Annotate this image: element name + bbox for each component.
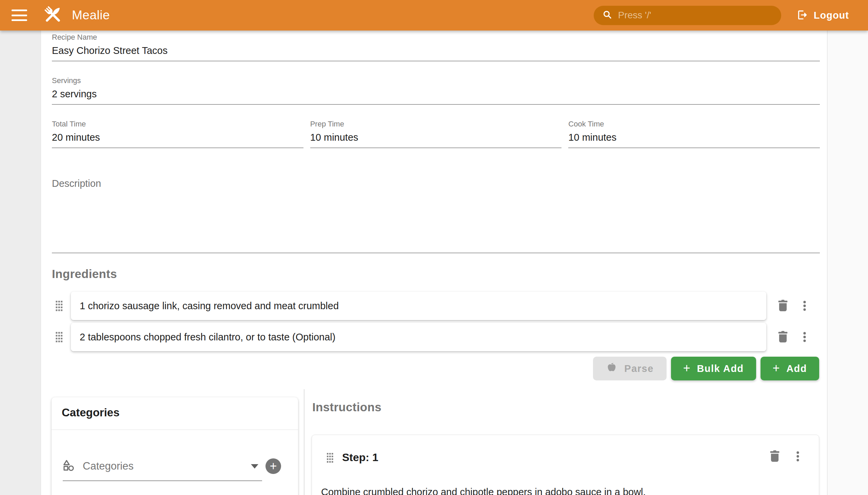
shapes-icon bbox=[62, 459, 75, 474]
trash-icon bbox=[775, 329, 791, 345]
instruction-step-card: Step: 1 Combine crumbled chorizo and chi… bbox=[311, 434, 819, 495]
recipe-name-label: Recipe Name bbox=[52, 33, 820, 42]
ingredient-input[interactable] bbox=[80, 331, 758, 343]
select-underline bbox=[63, 480, 262, 481]
categories-select-label: Categories bbox=[83, 460, 134, 472]
logout-button[interactable]: Logout bbox=[796, 9, 849, 22]
plus-icon: + bbox=[683, 362, 691, 374]
kebab-icon bbox=[798, 300, 811, 312]
ingredient-input-card bbox=[71, 292, 766, 320]
parse-label: Parse bbox=[624, 363, 654, 374]
add-label: Add bbox=[786, 363, 807, 374]
drag-handle-icon[interactable] bbox=[55, 300, 63, 312]
kebab-icon bbox=[798, 330, 811, 343]
ingredient-input[interactable] bbox=[80, 301, 758, 311]
app-bar: Mealie Logout bbox=[0, 0, 868, 31]
cook-time-label: Cook Time bbox=[568, 119, 820, 129]
recipe-name-input[interactable] bbox=[52, 45, 820, 57]
times-row: Total Time Prep Time Cook Time bbox=[52, 119, 820, 148]
delete-step-button[interactable] bbox=[767, 448, 783, 464]
logout-icon bbox=[796, 9, 808, 22]
chevron-down-icon bbox=[251, 464, 258, 468]
description-input[interactable] bbox=[52, 191, 820, 242]
total-time-label: Total Time bbox=[52, 119, 304, 129]
page-background-gutter bbox=[828, 31, 868, 495]
bulk-add-label: Bulk Add bbox=[697, 363, 744, 374]
plus-icon: + bbox=[270, 459, 277, 473]
instructions-heading: Instructions bbox=[312, 400, 381, 414]
search-input[interactable] bbox=[618, 10, 773, 21]
categories-select[interactable]: Categories bbox=[62, 458, 252, 475]
drag-handle-icon[interactable] bbox=[326, 452, 334, 463]
servings-label: Servings bbox=[52, 76, 820, 85]
column-divider bbox=[304, 389, 305, 495]
recipe-editor: Recipe Name Servings Total Time Prep Tim… bbox=[41, 31, 827, 495]
ingredients-heading: Ingredients bbox=[52, 267, 117, 281]
total-time-field: Total Time bbox=[52, 119, 304, 148]
prep-time-input[interactable] bbox=[310, 132, 562, 143]
prep-time-field: Prep Time bbox=[310, 119, 562, 148]
divider bbox=[52, 430, 298, 430]
delete-ingredient-button[interactable] bbox=[775, 298, 791, 313]
trash-icon bbox=[767, 448, 783, 464]
recipe-name-field: Recipe Name bbox=[52, 33, 820, 62]
logout-label: Logout bbox=[814, 10, 849, 21]
hamburger-icon bbox=[12, 10, 27, 11]
plus-icon: + bbox=[773, 362, 781, 374]
ingredient-row bbox=[55, 292, 811, 320]
step-title: Step: 1 bbox=[342, 451, 378, 464]
servings-input[interactable] bbox=[52, 88, 820, 100]
servings-field: Servings bbox=[52, 76, 820, 105]
cook-time-input[interactable] bbox=[568, 132, 820, 143]
ingredient-menu-button[interactable] bbox=[798, 330, 811, 343]
description-field: Description bbox=[52, 179, 820, 253]
prep-time-label: Prep Time bbox=[310, 119, 562, 129]
menu-button[interactable] bbox=[12, 10, 27, 21]
total-time-input[interactable] bbox=[52, 132, 304, 143]
add-category-button[interactable]: + bbox=[266, 458, 281, 474]
categories-card-title: Categories bbox=[62, 406, 120, 419]
app-title: Mealie bbox=[72, 8, 110, 22]
search-bar[interactable] bbox=[594, 6, 781, 25]
bulk-add-button[interactable]: + Bulk Add bbox=[671, 357, 756, 380]
ingredient-actions: Parse + Bulk Add + Add bbox=[593, 357, 819, 380]
mealie-logo-icon bbox=[42, 4, 64, 27]
drag-handle-icon[interactable] bbox=[55, 331, 63, 343]
description-label: Description bbox=[52, 179, 820, 188]
parse-button[interactable]: Parse bbox=[593, 357, 667, 380]
cook-time-field: Cook Time bbox=[568, 119, 820, 148]
apple-icon bbox=[606, 362, 617, 376]
add-button[interactable]: + Add bbox=[761, 357, 819, 380]
delete-ingredient-button[interactable] bbox=[775, 329, 791, 345]
ingredient-input-card bbox=[71, 323, 766, 351]
step-menu-button[interactable] bbox=[792, 450, 804, 463]
step-header: Step: 1 bbox=[326, 451, 378, 464]
step-text-input[interactable]: Combine crumbled chorizo and chipotle pe… bbox=[321, 485, 809, 495]
ingredient-row bbox=[55, 323, 811, 351]
search-icon bbox=[602, 9, 613, 21]
kebab-icon bbox=[792, 450, 804, 463]
trash-icon bbox=[775, 298, 791, 313]
ingredient-menu-button[interactable] bbox=[798, 300, 811, 312]
categories-card: Categories Categories + bbox=[52, 397, 298, 495]
